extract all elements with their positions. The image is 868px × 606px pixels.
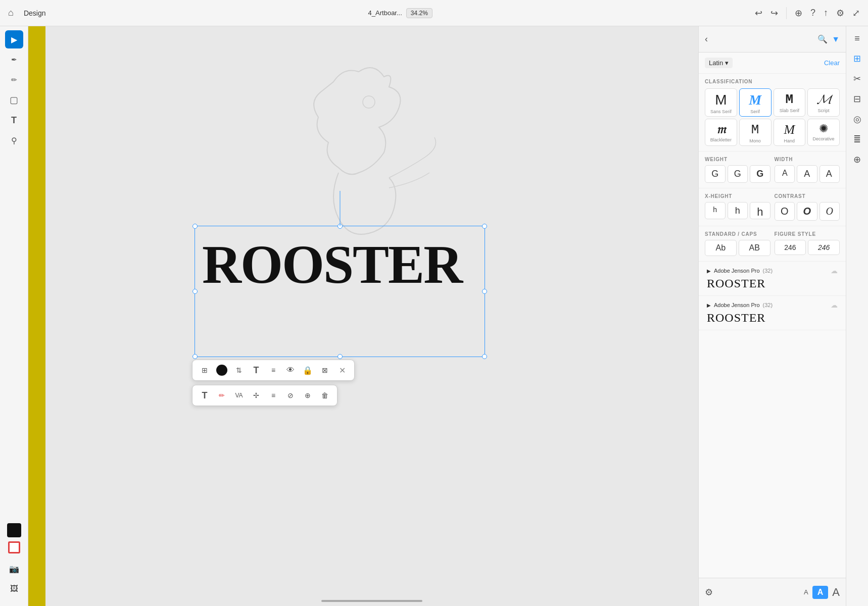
weight-title: WEIGHT <box>705 157 770 162</box>
handle-br[interactable] <box>482 354 487 359</box>
width-normal-btn[interactable]: A <box>797 165 817 183</box>
rooster-text-element[interactable]: ROOSTER <box>202 233 462 296</box>
contrast-high-btn[interactable]: O <box>819 202 840 221</box>
scroll-indicator[interactable] <box>321 600 422 602</box>
sans-serif-btn[interactable]: M Sans Serif <box>705 88 737 117</box>
filter-active-icon[interactable]: ▼ <box>832 35 840 44</box>
handle-bm[interactable] <box>337 354 343 359</box>
camera-tool[interactable]: 📷 <box>5 560 23 578</box>
font-preview-header-1: ▶ Adobe Jenson Pro (32) ☁ <box>707 267 838 275</box>
scissors-icon[interactable]: ✂ <box>849 71 865 87</box>
redo-icon[interactable]: ↪ <box>770 8 778 19</box>
search-icon[interactable]: 🔍 <box>817 34 828 44</box>
align-icon[interactable]: ≡ <box>265 387 281 403</box>
settings-gear-icon[interactable]: ⚙ <box>705 587 713 598</box>
mask-icon[interactable]: ⊘ <box>282 387 299 403</box>
classification-grid: M Sans Serif M Serif M Slab Serif 𝓜 Scri… <box>705 88 840 146</box>
layers-icon[interactable]: ≡ <box>849 30 865 46</box>
weight-bold-btn[interactable]: G <box>750 165 770 183</box>
expand-icon-2[interactable]: ▶ <box>707 302 711 308</box>
layer-order-icon[interactable]: ⇅ <box>231 362 247 378</box>
decorative-btn[interactable]: ✺ Decorative <box>807 119 840 146</box>
pin-tool[interactable]: ⚲ <box>5 131 23 149</box>
clear-button[interactable]: Clear <box>824 59 840 67</box>
edit-icon[interactable]: ✏ <box>214 387 230 403</box>
font-size-small-btn[interactable]: A <box>804 588 808 596</box>
slab-serif-btn[interactable]: M Slab Serif <box>774 88 806 117</box>
group-icon[interactable]: ⊕ <box>300 387 316 403</box>
width-condensed-btn[interactable]: A <box>775 165 795 183</box>
blackletter-btn[interactable]: 𝔪 Blackletter <box>705 119 737 146</box>
cloud-icon-1[interactable]: ☁ <box>831 267 838 275</box>
fill-black-icon[interactable] <box>214 362 230 378</box>
minus-icon[interactable]: ⊟ <box>849 91 865 107</box>
contrast-medium-btn[interactable]: O <box>797 202 817 221</box>
expand-icon-1[interactable]: ▶ <box>707 268 711 274</box>
font-size-active-btn[interactable]: A <box>812 586 829 599</box>
text-tool[interactable]: T <box>5 111 23 129</box>
paragraph-icon[interactable]: ≡ <box>265 362 281 378</box>
slab-serif-label: Slab Serif <box>780 108 799 113</box>
fill-color[interactable] <box>7 523 21 537</box>
cloud-icon-2[interactable]: ☁ <box>831 301 838 309</box>
script-btn[interactable]: 𝓜 Script <box>807 88 840 117</box>
share-icon[interactable]: ↑ <box>824 8 828 18</box>
figure-oldstyle-btn[interactable]: 246 <box>808 240 840 255</box>
image-tool[interactable]: 🖼 <box>5 580 23 598</box>
serif-btn[interactable]: M Serif <box>739 88 771 117</box>
xheight-small-btn[interactable]: h <box>705 202 726 219</box>
grid-icon[interactable]: ⊞ <box>197 362 213 378</box>
crop-icon[interactable]: ⊠ <box>317 362 333 378</box>
text-format-icon[interactable]: T <box>197 387 213 403</box>
delete-icon[interactable]: 🗑 <box>317 387 333 403</box>
handle-ml[interactable] <box>192 289 198 294</box>
home-icon[interactable]: ⌂ <box>8 8 14 18</box>
transform-icon[interactable]: ✢ <box>248 387 264 403</box>
properties-icon[interactable]: ⊞ <box>849 50 865 67</box>
undo-icon[interactable]: ↩ <box>755 8 762 19</box>
magic-icon[interactable]: ⊕ <box>795 8 802 19</box>
lock-icon[interactable]: 🔒 <box>300 362 316 378</box>
visibility-icon[interactable]: 👁 <box>282 362 299 378</box>
right-panel: ‹ 🔍 ▼ Latin ▾ Clear CLASSIFICATION M San… <box>698 26 846 606</box>
xheight-medium-btn[interactable]: h <box>728 202 748 219</box>
mono-btn[interactable]: M Mono <box>739 119 771 146</box>
font-preview-text-2[interactable]: ROOSTER <box>707 311 838 325</box>
font-size-large-btn[interactable]: A <box>832 586 840 599</box>
va-icon[interactable]: VA <box>231 387 247 403</box>
fullscreen-icon[interactable]: ⤢ <box>852 8 860 19</box>
figure-lining-btn[interactable]: 246 <box>775 240 806 255</box>
list-icon[interactable]: ≣ <box>849 131 865 147</box>
pencil-tool[interactable]: ✏ <box>5 71 23 89</box>
text-size-icon[interactable]: T <box>248 362 264 378</box>
handle-tl[interactable] <box>192 224 198 229</box>
width-wide-btn[interactable]: A <box>819 165 840 183</box>
back-icon[interactable]: ‹ <box>705 34 708 44</box>
xheight-large-btn[interactable]: h <box>750 202 770 219</box>
font-preview-text-1[interactable]: ROOSTER <box>707 277 838 290</box>
xheight-title: X-HEIGHT <box>705 193 770 199</box>
handle-bl[interactable] <box>192 354 198 359</box>
zoom-level[interactable]: 34.2% <box>406 8 432 18</box>
hand-btn[interactable]: M Hand <box>774 119 806 146</box>
canvas-area[interactable]: ROOSTER ⊞ ⇅ T ≡ 👁 🔒 ⊠ ✕ T ✏ VA ✢ ≡ ⊘ ⊕ 🗑 <box>45 26 698 606</box>
pen-tool[interactable]: ✒ <box>5 50 23 69</box>
shape-tool[interactable]: ▢ <box>5 91 23 109</box>
weight-regular-btn[interactable]: G <box>728 165 748 183</box>
weight-light-btn[interactable]: G <box>705 165 726 183</box>
handle-tr[interactable] <box>482 224 487 229</box>
settings-icon[interactable]: ⚙ <box>836 8 844 19</box>
select-tool[interactable]: ▶ <box>5 30 23 48</box>
latin-filter-dropdown[interactable]: Latin ▾ <box>705 58 733 68</box>
stroke-color[interactable] <box>8 541 20 553</box>
panel-bottom: ⚙ A A A <box>699 578 846 606</box>
close-icon[interactable]: ✕ <box>334 362 350 378</box>
contrast-low-btn[interactable]: O <box>775 202 795 221</box>
add-icon[interactable]: ⊕ <box>849 152 865 168</box>
rooster-sketch <box>212 57 465 248</box>
help-icon[interactable]: ? <box>810 8 815 18</box>
all-caps-btn[interactable]: AB <box>739 240 770 256</box>
circle-icon[interactable]: ◎ <box>849 111 865 127</box>
mixed-case-btn[interactable]: Ab <box>705 240 737 256</box>
handle-mr[interactable] <box>482 289 487 294</box>
